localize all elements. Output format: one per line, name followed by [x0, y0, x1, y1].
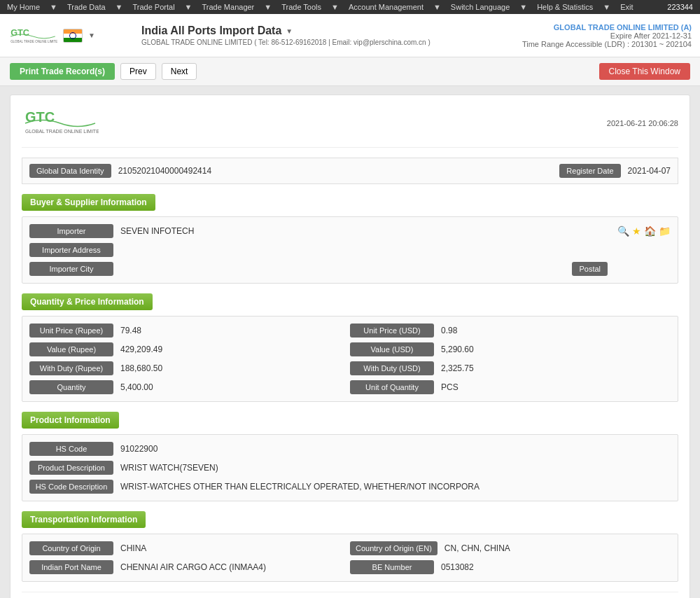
identity-row: Global Data Identity 2105202104000049241… — [22, 158, 678, 184]
card-footer: India All Ports Import Data 1 / 1 210520… — [22, 592, 678, 598]
hs-code-description-row: HS Code Description WRIST-WATCHES OTHER … — [29, 480, 671, 494]
importer-row: Importer SEVEN INFOTECH 🔍 ★ 🏠 📁 — [29, 224, 671, 238]
value-rupee-value: 429,209.49 — [120, 345, 350, 354]
logo-area: GTC GLOBAL TRADE ONLINE LIMITED ▼ — [8, 20, 134, 51]
postal-label: Postal — [572, 262, 608, 276]
buyer-supplier-body: Importer SEVEN INFOTECH 🔍 ★ 🏠 📁 Importer… — [22, 216, 678, 284]
importer-address-label: Importer Address — [29, 243, 113, 257]
importer-city-label: Importer City — [29, 262, 113, 276]
register-date-label: Register Date — [559, 164, 620, 178]
unit-price-usd-value: 0.98 — [441, 326, 671, 335]
importer-value: SEVEN INFOTECH — [120, 226, 610, 236]
nav-help-statistics[interactable]: Help & Statistics — [537, 3, 593, 11]
user-id: 223344 — [667, 3, 693, 11]
nav-account-management[interactable]: Account Management — [349, 3, 424, 11]
main-content: GTC GLOBAL TRADE ONLINE LIMITED 2021-06-… — [0, 86, 700, 598]
nav-my-home[interactable]: My Home — [7, 3, 40, 11]
quantity-label: Quantity — [29, 380, 113, 394]
company-logo: GTC GLOBAL TRADE ONLINE LIMITED — [8, 20, 57, 51]
star-icon[interactable]: ★ — [632, 225, 641, 237]
record-date: 2021-06-21 20:06:28 — [607, 119, 678, 127]
product-description-value: WRIST WATCH(7SEVEN) — [120, 463, 671, 473]
value-rupee-label: Value (Rupee) — [29, 342, 113, 356]
with-duty-usd-value: 2,325.75 — [441, 363, 671, 373]
next-button-top[interactable]: Next — [162, 63, 197, 80]
header-subtitle: GLOBAL TRADE ONLINE LIMITED ( Tel: 86-51… — [141, 39, 522, 46]
prev-button-top[interactable]: Prev — [120, 63, 156, 80]
nav-trade-manager[interactable]: Trade Manager — [202, 3, 254, 11]
quantity-row: Quantity 5,400.00 Unit of Quantity PCS — [29, 380, 671, 394]
print-button-top[interactable]: Print Trade Record(s) — [10, 63, 115, 80]
indian-port-value: CHENNAI AIR CARGO ACC (INMAA4) — [120, 562, 350, 572]
transportation-section: Transportation Information Country of Or… — [22, 511, 678, 582]
expire-date: Expire After 2021-12-31 — [522, 32, 692, 40]
importer-city-row: Importer City Postal — [29, 262, 671, 276]
record-logo: GTC GLOBAL TRADE ONLINE LIMITED — [22, 106, 99, 140]
be-number-value: 0513082 — [441, 562, 671, 572]
country-origin-row: Country of Origin CHINA Country of Origi… — [29, 541, 671, 555]
nav-trade-portal[interactable]: Trade Portal — [132, 3, 174, 11]
india-flag-icon — [63, 29, 83, 43]
svg-text:GLOBAL TRADE ONLINE LIMITED: GLOBAL TRADE ONLINE LIMITED — [10, 39, 57, 43]
close-button-top[interactable]: Close This Window — [599, 63, 690, 80]
folder-icon[interactable]: 📁 — [659, 225, 671, 237]
nav-exit[interactable]: Exit — [620, 3, 633, 11]
value-row: Value (Rupee) 429,209.49 Value (USD) 5,2… — [29, 342, 671, 356]
register-date-value: 2021-04-07 — [628, 166, 671, 176]
hs-code-row: HS Code 91022900 — [29, 442, 671, 456]
page-title: India All Ports Import Data ▼ — [141, 25, 522, 37]
nav-switch-language[interactable]: Switch Language — [451, 3, 510, 11]
product-body: HS Code 91022900 Product Description WRI… — [22, 434, 678, 501]
home-icon[interactable]: 🏠 — [644, 225, 656, 237]
country-origin-value: CHINA — [120, 543, 350, 553]
time-range: Time Range Accessible (LDR) : 201301 ~ 2… — [522, 40, 692, 48]
unit-of-quantity-label: Unit of Quantity — [350, 380, 434, 394]
quantity-price-section: Quantity & Price Information Unit Price … — [22, 293, 678, 402]
country-origin-en-label: Country of Origin (EN) — [350, 541, 438, 555]
with-duty-usd-label: With Duty (USD) — [350, 361, 434, 375]
nav-trade-data[interactable]: Trade Data — [67, 3, 106, 11]
country-origin-en-value: CN, CHN, CHINA — [444, 543, 671, 553]
hs-code-description-label: HS Code Description — [29, 480, 113, 494]
transportation-body: Country of Origin CHINA Country of Origi… — [22, 534, 678, 582]
unit-price-rupee-value: 79.48 — [120, 326, 350, 335]
hs-code-label: HS Code — [29, 442, 113, 456]
top-toolbar: Print Trade Record(s) Prev Next Close Th… — [0, 57, 700, 86]
unit-price-usd-label: Unit Price (USD) — [350, 324, 434, 338]
country-origin-label: Country of Origin — [29, 541, 113, 555]
svg-text:GTC: GTC — [10, 27, 29, 37]
global-data-identity-value: 21052021040000492414 — [118, 166, 553, 176]
with-duty-rupee-value: 188,680.50 — [120, 363, 350, 373]
record-card: GTC GLOBAL TRADE ONLINE LIMITED 2021-06-… — [10, 95, 690, 598]
global-data-identity-label: Global Data Identity — [29, 164, 111, 178]
search-icon[interactable]: 🔍 — [617, 225, 629, 237]
importer-label: Importer — [29, 224, 113, 238]
importer-icons: 🔍 ★ 🏠 📁 — [617, 225, 671, 237]
quantity-price-body: Unit Price (Rupee) 79.48 Unit Price (USD… — [22, 316, 678, 402]
unit-price-rupee-label: Unit Price (Rupee) — [29, 324, 113, 338]
nav-trade-tools[interactable]: Trade Tools — [281, 3, 321, 11]
nav-links: My Home ▼ Trade Data ▼ Trade Portal ▼ Tr… — [7, 3, 633, 11]
unit-price-row: Unit Price (Rupee) 79.48 Unit Price (USD… — [29, 324, 671, 338]
duty-row: With Duty (Rupee) 188,680.50 With Duty (… — [29, 361, 671, 375]
be-number-label: BE Number — [350, 560, 434, 574]
hs-code-description-value: WRIST-WATCHES OTHER THAN ELECTRICALLY OP… — [120, 482, 671, 492]
header-right: GLOBAL TRADE ONLINE LIMITED (A) Expire A… — [522, 23, 692, 48]
unit-of-quantity-value: PCS — [441, 382, 671, 392]
quantity-value: 5,400.00 — [120, 382, 350, 392]
header-center: India All Ports Import Data ▼ GLOBAL TRA… — [134, 25, 522, 46]
title-dropdown-arrow[interactable]: ▼ — [286, 27, 293, 35]
top-navigation: My Home ▼ Trade Data ▼ Trade Portal ▼ Tr… — [0, 0, 700, 14]
hs-code-value: 91022900 — [120, 444, 671, 454]
indian-port-label: Indian Port Name — [29, 560, 113, 574]
buyer-supplier-title: Buyer & Supplier Information — [22, 194, 155, 211]
product-section: Product Information HS Code 91022900 Pro… — [22, 412, 678, 501]
flag-dropdown-arrow[interactable]: ▼ — [88, 32, 95, 39]
transportation-title: Transportation Information — [22, 511, 146, 528]
importer-address-row: Importer Address — [29, 243, 671, 257]
quantity-price-title: Quantity & Price Information — [22, 293, 153, 310]
value-usd-label: Value (USD) — [350, 342, 434, 356]
record-header: GTC GLOBAL TRADE ONLINE LIMITED 2021-06-… — [22, 106, 678, 148]
product-description-label: Product Description — [29, 461, 113, 475]
svg-text:GLOBAL TRADE ONLINE LIMITED: GLOBAL TRADE ONLINE LIMITED — [25, 129, 99, 134]
